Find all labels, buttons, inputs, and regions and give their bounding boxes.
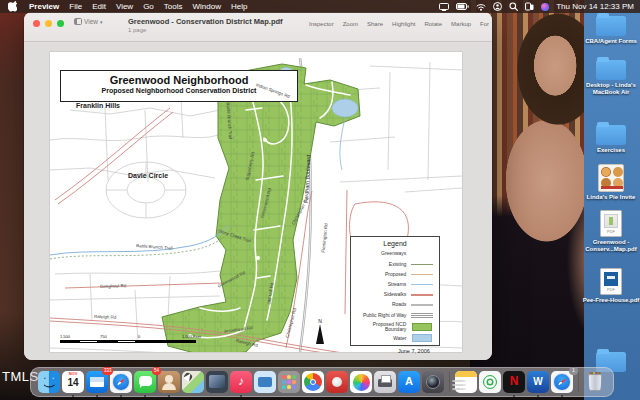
desktop-icon-exercises[interactable]: Exercises: [582, 125, 640, 154]
dock-maps-icon[interactable]: [182, 371, 204, 393]
image-thumbnail-icon: [598, 164, 624, 192]
envelope-icon: [90, 377, 104, 387]
folder-icon: [596, 16, 626, 36]
sidebar-view-button[interactable]: View ▾: [74, 18, 103, 25]
dock-music-icon[interactable]: ♪: [230, 371, 252, 393]
menu-bar: Preview File Edit View Go Tools Window H…: [0, 0, 640, 13]
close-button[interactable]: [33, 20, 40, 27]
dock-word-icon[interactable]: W: [527, 371, 549, 393]
preview-toolbar: Inspector Zoom Share Highlight Rotate Ma…: [309, 21, 489, 27]
document-title: Greenwood - Conservation District Map.pd…: [128, 17, 318, 26]
mail-badge: 333: [102, 367, 113, 375]
desktop-icon-cba-agent-forms[interactable]: CBA/Agent Forms: [582, 16, 640, 45]
map-scale-bar: 1,500 750 0 1,500 Feet: [60, 334, 210, 343]
dock-safari-icon[interactable]: [110, 371, 132, 393]
menu-file[interactable]: File: [69, 2, 82, 11]
legend-label: Streams: [355, 282, 406, 287]
menu-preview[interactable]: Preview: [29, 2, 59, 11]
dock-tv-icon[interactable]: [206, 371, 228, 393]
wifi-icon[interactable]: [476, 3, 486, 11]
road-label: Raleigh Rd: [94, 314, 116, 320]
dock-fax-icon[interactable]: [254, 371, 276, 393]
dock-red-store-icon[interactable]: [326, 371, 348, 393]
minimize-button[interactable]: [45, 20, 52, 27]
dock-netflix-icon[interactable]: N: [503, 371, 525, 393]
dock-photos-icon[interactable]: [350, 371, 372, 393]
markup-button[interactable]: Markup: [451, 21, 471, 27]
rotate-button[interactable]: Rotate: [424, 21, 442, 27]
road-label: Gimghoul Rd: [100, 283, 126, 289]
legend-label: Public Right of Way: [355, 313, 406, 318]
display-icon[interactable]: [439, 3, 449, 11]
siri-icon[interactable]: [541, 3, 549, 11]
menu-bar-clock[interactable]: Thu Nov 14 12:33 PM: [556, 2, 634, 11]
dock-divider: [578, 372, 579, 392]
messages-badge: 54: [152, 367, 161, 375]
legend-label: Proposed NCD Boundary: [355, 322, 406, 333]
dock-contacts-icon[interactable]: [158, 371, 180, 393]
form-filling-button[interactable]: Form Filling: [480, 21, 489, 27]
user-switch-icon[interactable]: [525, 2, 534, 11]
pdf-page-map[interactable]: Greenwood Neighborhood Proposed Neighbor…: [50, 52, 462, 352]
dock-finder-icon[interactable]: [38, 371, 60, 393]
zoom-button[interactable]: [57, 20, 64, 27]
menu-view[interactable]: View: [116, 2, 133, 11]
menu-tools[interactable]: Tools: [164, 2, 183, 11]
folder-icon: [596, 125, 626, 145]
menu-help[interactable]: Help: [231, 2, 247, 11]
dock-calendar-icon[interactable]: NOV 14: [62, 371, 84, 393]
share-button[interactable]: Share: [367, 21, 383, 27]
window-titlebar[interactable]: View ▾ Greenwood - Conservation District…: [24, 12, 492, 42]
scale-label: 1,500 Feet: [182, 334, 201, 339]
inspector-button[interactable]: Inspector: [309, 21, 334, 27]
desktop-icon-desktop-lindas-macbook-air[interactable]: Desktop - Linda's MacBook Air: [582, 60, 640, 96]
scale-label: 0: [138, 334, 140, 339]
legend-label: Roads: [355, 302, 406, 307]
dock-camera-lens-icon[interactable]: [422, 371, 444, 393]
desktop-icon-pee-free-house-pdf[interactable]: PDF Pee-Free-House.pdf: [582, 268, 640, 304]
folder-icon: [596, 60, 626, 80]
map-date: June 7, 2006: [398, 348, 430, 354]
legend-label: Greenways: [355, 251, 406, 256]
dock-app-store-icon[interactable]: A: [398, 371, 420, 393]
view-button-label: View: [84, 18, 98, 25]
dock-divider: [449, 372, 450, 392]
spotlight-icon[interactable]: [509, 2, 518, 11]
chevron-down-icon: ▾: [100, 19, 103, 25]
scale-label: 750: [100, 334, 107, 339]
apple-menu-icon[interactable]: [6, 1, 18, 12]
menu-window[interactable]: Window: [193, 2, 221, 11]
menu-edit[interactable]: Edit: [92, 2, 106, 11]
pdf-viewer-content[interactable]: Greenwood Neighborhood Proposed Neighbor…: [24, 43, 492, 360]
north-arrow: N: [314, 318, 326, 344]
legend-label: Water: [355, 336, 406, 341]
dock-chrome-icon[interactable]: [302, 371, 324, 393]
dock-messages-icon[interactable]: 54: [134, 371, 156, 393]
desktop-icon-lindas-pie-invite[interactable]: Linda's Pie Invite: [582, 164, 640, 201]
dock-printer-icon[interactable]: [374, 371, 396, 393]
dock: NOV 14 333 54 ♪ A N W 1: [30, 367, 614, 397]
pdf-file-icon: PDF: [600, 268, 622, 295]
speech-bubble-icon: [139, 376, 152, 386]
dock-compass-browser-icon[interactable]: 1: [551, 371, 573, 393]
north-arrow-icon: [316, 324, 324, 344]
legend-label: Proposed: [355, 272, 406, 277]
area-label-davie-circle: Davie Circle: [126, 172, 170, 180]
legend-label: Sidewalks: [355, 292, 406, 297]
scale-label: 1,500: [60, 334, 70, 339]
dock-launchpad-icon[interactable]: [278, 371, 300, 393]
menu-go[interactable]: Go: [143, 2, 154, 11]
desktop-icon-greenwood-map-pdf[interactable]: PDF Greenwood - Conserv...Map.pdf: [582, 210, 640, 253]
document-page-count: 1 page: [128, 27, 318, 33]
dock-notes-icon[interactable]: [455, 371, 477, 393]
preview-window: View ▾ Greenwood - Conservation District…: [24, 12, 492, 360]
user-icon[interactable]: [493, 2, 502, 11]
dock-green-circles-icon[interactable]: [479, 371, 501, 393]
dock-trash-icon[interactable]: [584, 371, 606, 393]
battery-icon[interactable]: [456, 3, 469, 10]
area-label-franklin-hills: Franklin Hills: [72, 102, 124, 110]
dock-mail-icon[interactable]: 333: [86, 371, 108, 393]
highlight-button[interactable]: Highlight: [392, 21, 415, 27]
legend-label: Existing: [355, 262, 406, 267]
zoom-tool-button[interactable]: Zoom: [343, 21, 358, 27]
